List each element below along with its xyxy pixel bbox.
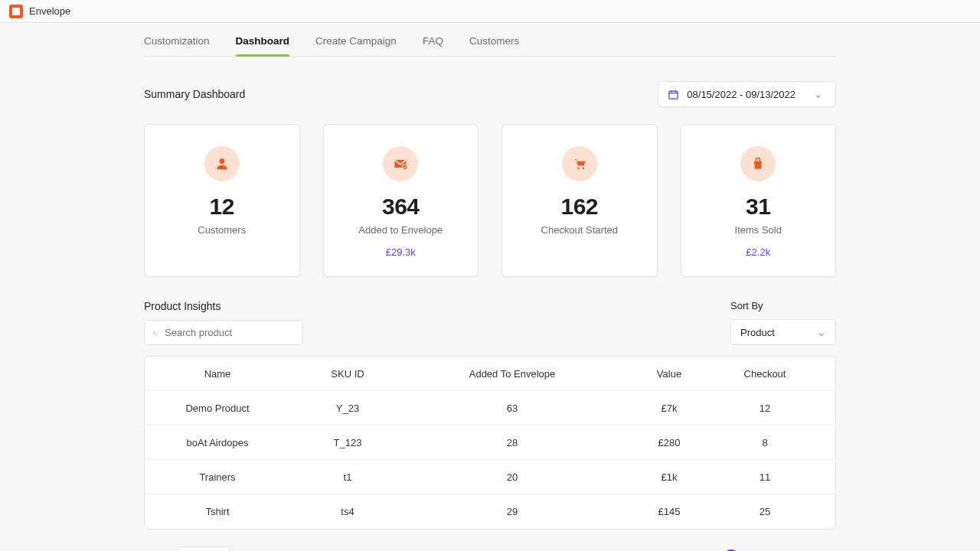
card-customers: 12 Customers [144,124,300,277]
cell-checkout: 11 [719,471,811,483]
svg-point-5 [153,331,155,334]
svg-point-4 [583,168,585,170]
card-added: 364 Added to Envelope £29.3k [323,124,479,277]
bag-icon [740,146,776,181]
card-checkout-label: Checkout Started [541,224,618,236]
summary-title: Summary Dashboard [144,88,245,100]
cell-name: Trainers [145,471,290,483]
summary-cards: 12 Customers 364 Added to Envelope £29.3… [144,124,836,277]
svg-point-1 [219,158,224,164]
cell-checkout: 12 [719,403,811,414]
summary-header-row: Summary Dashboard 08/15/2022 - 09/13/202… [144,81,836,107]
page-body: Customization Dashboard Create Campaign … [0,23,980,551]
cell-sold: 3 [811,471,836,483]
date-range-picker[interactable]: 08/15/2022 - 09/13/2022 ⌄ [658,81,836,107]
search-icon [152,328,157,338]
nav-tabs: Customization Dashboard Create Campaign … [144,23,836,57]
cell-sold: 2 [811,437,836,448]
cell-sku: Y_23 [290,403,405,414]
cell-value: £7k [619,403,719,414]
cell-added: 29 [405,506,619,517]
col-checkout: Checkout [719,368,811,380]
col-name: Name [145,368,290,380]
page-size-select[interactable]: 5 ▼ [177,546,230,551]
table-row[interactable]: boAt Airdopes T_123 28 £280 8 2 £20 [145,425,835,460]
col-added: Added To Envelope [405,368,619,380]
card-customers-value: 12 [210,195,234,218]
search-input[interactable] [163,326,295,339]
cell-checkout: 8 [719,437,811,448]
cell-sku: ts4 [290,506,405,517]
card-added-sub: £29.3k [386,246,416,258]
appbar: Envelope [0,0,980,23]
sort-selected: Product [740,327,775,338]
tab-create-campaign[interactable]: Create Campaign [315,35,397,47]
card-customers-label: Customers [198,224,246,236]
card-sold: 31 Items Sold £2.2k [681,124,837,277]
card-sold-value: 31 [746,195,770,218]
page-size-control: Show 5 ▼ [144,546,230,551]
table-row[interactable]: Trainers t1 20 £1k 11 3 £150 [145,460,835,494]
card-checkout: 162 Checkout Started [501,124,658,277]
tab-dashboard[interactable]: Dashboard [236,35,290,47]
cell-name: Demo Product [145,403,290,414]
col-value: Value [619,368,719,380]
card-checkout-value: 162 [560,195,598,218]
card-added-value: 364 [382,195,420,218]
cell-sold: 3 [811,403,836,414]
table-footer: Show 5 ▼ ‹ 1 2 3 4 › [144,546,836,551]
tab-customization[interactable]: Customization [144,35,210,47]
table-row[interactable]: Demo Product Y_23 63 £7k 12 3 £333 [145,391,835,425]
svg-rect-0 [669,91,678,99]
table-row[interactable]: Tshirt ts4 29 £145 25 4 £20 [145,494,835,529]
cell-value: £145 [619,506,719,517]
app-logo-icon [9,5,23,18]
chevron-down-icon: ⌄ [817,326,826,338]
tab-customers[interactable]: Customers [469,35,519,47]
chevron-down-icon: ⌄ [814,88,823,100]
card-added-label: Added to Envelope [358,224,443,236]
cell-added: 28 [405,437,619,448]
cell-value: £280 [619,437,719,448]
cell-sku: t1 [290,471,405,483]
calendar-icon [668,89,679,100]
insights-table: Name SKU ID Added To Envelope Value Chec… [144,356,836,530]
search-box[interactable] [144,320,303,345]
date-range-text: 08/15/2022 - 09/13/2022 [687,89,795,100]
user-icon [204,146,240,181]
insights-title: Product Insights [144,300,303,312]
cell-added: 63 [405,403,619,414]
cell-sold: 4 [811,506,836,517]
cell-value: £1k [619,471,719,483]
tab-faq[interactable]: FAQ [423,35,443,47]
sort-select[interactable]: Product ⌄ [730,319,836,345]
cell-checkout: 25 [719,506,811,517]
card-sold-label: Items Sold [735,224,782,236]
col-sold: Sold [811,368,836,380]
cell-name: Tshirt [145,506,290,517]
sort-by-label: Sort By [730,300,836,311]
app-title: Envelope [29,5,70,17]
cell-sku: T_123 [290,437,405,448]
svg-point-3 [577,168,580,170]
col-sku: SKU ID [290,368,405,380]
cell-added: 20 [405,471,619,483]
insights-header-row: Product Insights Sort By Product ⌄ [144,300,836,345]
cell-name: boAt Airdopes [145,437,290,448]
table-header: Name SKU ID Added To Envelope Value Chec… [145,357,835,391]
cart-icon [562,146,597,181]
mail-icon [383,146,418,181]
card-sold-sub: £2.2k [746,246,770,258]
